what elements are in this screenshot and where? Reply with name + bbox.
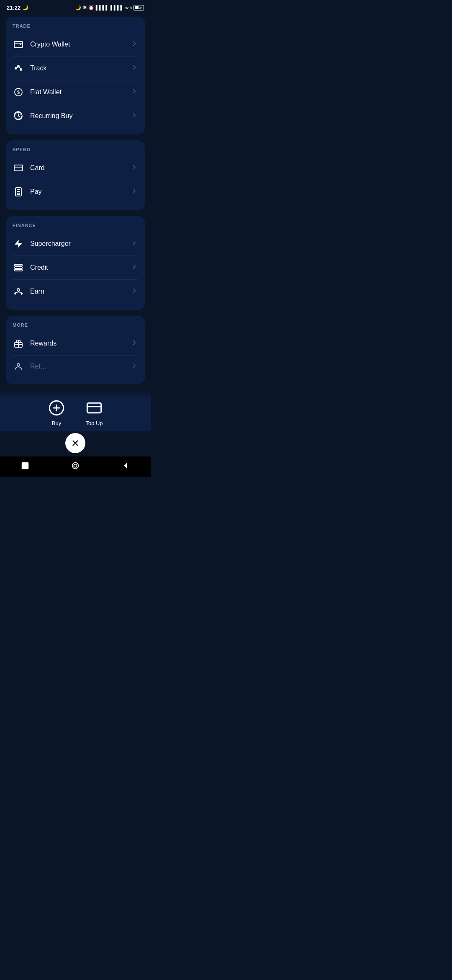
svg-rect-14 [15,264,22,266]
referral-label: Ref... [30,363,46,370]
svg-rect-12 [17,193,20,195]
pay-chevron [131,187,138,196]
more-section: MORE Rewards [6,316,145,384]
track-icon [13,62,24,74]
status-icons: 🌙 ✱ ⏰ ▌▌▌▌ ▌▌▌▌ wifi 34 [75,5,144,10]
finance-section-label: FINANCE [6,223,145,232]
finance-section: FINANCE Supercharger [6,216,145,310]
credit-label: Credit [30,264,48,271]
earn-item[interactable]: Earn [6,280,145,303]
recurring-icon [13,110,24,122]
spend-section-label: SPEND [6,147,145,156]
square-icon [21,461,30,470]
pay-label: Pay [30,188,42,196]
spend-section: SPEND Card Pay [6,140,145,210]
fiat-wallet-item[interactable]: $ Fiat Wallet [6,80,145,104]
recurring-buy-item[interactable]: Recurring Buy [6,104,145,128]
credit-item[interactable]: Credit [6,256,145,279]
svg-marker-30 [124,463,127,469]
moon-icon: 🌙 [22,5,28,10]
supercharger-item[interactable]: Supercharger [6,232,145,255]
credit-chevron [131,263,138,272]
signal-icon-1: ▌▌▌▌ [96,5,109,10]
status-time: 21:22 🌙 [7,5,28,11]
track-item[interactable]: Track [6,57,145,80]
pay-icon [13,186,24,198]
trade-section-label: TRADE [6,23,145,33]
supercharger-label: Supercharger [30,240,71,248]
rewards-label: Rewards [30,340,56,347]
earn-icon [13,286,24,297]
fiat-wallet-chevron [131,88,138,97]
top-up-label: Top Up [85,420,103,426]
svg-rect-7 [14,165,23,171]
pay-item[interactable]: Pay [6,180,145,204]
referral-icon [13,361,24,372]
nav-back-button[interactable] [119,459,132,472]
buy-icon [46,397,67,418]
close-icon [71,438,80,448]
svg-rect-23 [87,403,101,413]
wifi-icon: wifi [125,5,132,10]
nav-home-button[interactable] [69,459,82,472]
close-button[interactable] [65,433,85,453]
svg-rect-16 [15,269,22,271]
rewards-icon [13,338,24,349]
card-icon [13,162,24,174]
svg-point-17 [17,289,20,291]
credit-icon [13,262,24,273]
navigation-bar [0,456,151,477]
supercharger-chevron [131,239,138,248]
supercharger-icon [13,238,24,250]
svg-rect-27 [22,462,29,469]
signal-icon-2: ▌▌▌▌ [110,5,123,10]
back-icon [121,461,130,470]
referral-item[interactable]: Ref... [6,356,145,377]
crypto-wallet-item[interactable]: Crypto Wallet [6,33,145,56]
nav-square-button[interactable] [18,459,32,472]
svg-point-29 [74,464,77,467]
bluetooth-icon: ✱ [83,5,87,10]
top-up-button[interactable]: Top Up [84,397,105,426]
moon-status-icon: 🌙 [75,5,81,10]
referral-chevron [131,362,138,371]
track-label: Track [30,64,46,72]
fiat-wallet-label: Fiat Wallet [30,88,62,96]
svg-text:$: $ [17,90,20,95]
buy-label: Buy [52,420,61,426]
time-display: 21:22 [7,5,21,11]
more-section-label: MORE [6,322,145,332]
card-item[interactable]: Card [6,156,145,180]
track-chevron [131,64,138,73]
wallet-icon [13,39,24,50]
main-content: TRADE Crypto Wallet Track [0,13,151,391]
svg-rect-15 [15,267,22,268]
earn-chevron [131,287,138,296]
alarm-icon: ⏰ [88,5,94,10]
svg-marker-13 [15,240,22,248]
card-chevron [131,163,138,173]
fiat-icon: $ [13,86,24,98]
crypto-wallet-chevron [131,40,138,49]
rewards-item[interactable]: Rewards [6,332,145,355]
bottom-actions: Buy Top Up [0,391,151,431]
recurring-buy-label: Recurring Buy [30,112,72,120]
status-bar: 21:22 🌙 🌙 ✱ ⏰ ▌▌▌▌ ▌▌▌▌ wifi 34 [0,0,151,13]
recurring-buy-chevron [131,111,138,121]
rewards-chevron [131,339,138,348]
home-circle-icon [71,461,80,470]
trade-section: TRADE Crypto Wallet Track [6,17,145,134]
top-up-icon [84,397,105,418]
earn-label: Earn [30,288,44,295]
svg-point-19 [17,364,20,366]
crypto-wallet-label: Crypto Wallet [30,41,70,48]
battery-icon: 34 [134,5,144,10]
svg-rect-0 [14,41,23,48]
card-label: Card [30,164,45,172]
svg-point-28 [72,463,79,469]
buy-button[interactable]: Buy [46,397,67,426]
close-button-container [0,433,151,453]
